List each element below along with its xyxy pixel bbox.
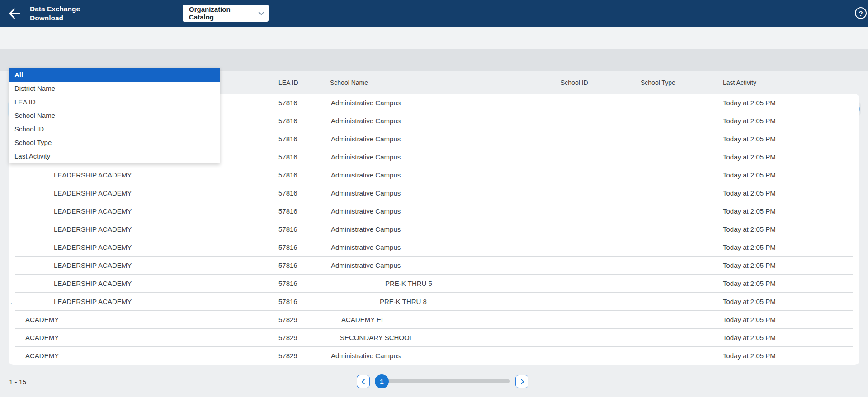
table-row[interactable]: LEADERSHIP ACADEMY57816PRE-K THRU 5Today… [9,275,859,293]
catalog-selector[interactable]: Organization Catalog [183,5,269,22]
table-row[interactable]: LEADERSHIP ACADEMY57816Administrative Ca… [9,184,859,202]
data-exchange-download-page: Data Exchange Download Organization Cata… [0,0,868,397]
cell-lea-id: 57816 [278,148,297,166]
table-row[interactable]: .LEADERSHIP ACADEMY57816PRE-K THRU 8Toda… [9,293,859,311]
dropdown-option[interactable]: School Name [9,109,220,122]
cell-district-name: LEADERSHIP ACADEMY [54,257,132,275]
help-question-mark: ? [859,9,863,17]
cell-district-name: LEADERSHIP ACADEMY [54,293,132,311]
cell-school-name: Administrative Campus [331,184,401,202]
dropdown-option[interactable]: LEA ID [9,95,220,109]
next-page-button[interactable] [515,375,528,388]
cell-school-name: SECONDARY SCHOOL [340,329,413,347]
cell-school-name: ACADEMY EL [341,311,385,329]
cell-lea-id: 57816 [278,293,297,311]
app-header: Data Exchange Download Organization Cata… [0,0,868,27]
table-row[interactable]: ACADEMY57829ACADEMY ELToday at 2:05 PM [9,311,859,329]
cell-district-name: LEADERSHIP ACADEMY [54,184,132,202]
current-page-number: 1 [380,378,383,385]
row-prefix-dot: . [10,293,12,311]
cell-school-name: Administrative Campus [331,148,401,166]
column-header-school-type: School Type [641,71,675,94]
page-title-line1: Data Exchange [30,5,80,14]
catalog-selector-value: Organization Catalog [183,5,254,21]
chevron-left-icon [359,378,368,386]
page-title: Data Exchange Download [30,5,80,23]
cell-lea-id: 57816 [278,257,297,275]
cell-lea-id: 57816 [278,220,297,238]
cell-district-name: ACADEMY [25,311,59,329]
table-row[interactable]: LEADERSHIP ACADEMY57816Administrative Ca… [9,202,859,220]
dropdown-option[interactable]: School Type [9,136,220,149]
cell-school-name: Administrative Campus [331,238,401,257]
dropdown-option[interactable]: District Name [9,82,220,95]
cell-lea-id: 57816 [278,275,297,293]
cell-last-activity: Today at 2:05 PM [723,293,776,311]
back-arrow-icon [7,6,22,21]
chevron-right-icon [518,378,526,386]
cell-last-activity: Today at 2:05 PM [723,347,776,365]
cell-school-name: Administrative Campus [331,130,401,148]
cell-lea-id: 57816 [278,94,297,112]
result-range-label: 1 - 15 [9,378,26,386]
cell-school-name: Administrative Campus [331,220,401,238]
table-row[interactable]: ACADEMY57829Administrative CampusToday a… [9,347,859,365]
cell-district-name: LEADERSHIP ACADEMY [54,238,132,257]
column-header-school-name: School Name [330,71,368,94]
toolbar: Filter [0,27,868,49]
cell-last-activity: Today at 2:05 PM [723,148,776,166]
column-header-last-activity: Last Activity [723,71,756,94]
cell-district-name: LEADERSHIP ACADEMY [54,202,132,220]
help-icon[interactable]: ? [855,7,867,19]
cell-last-activity: Today at 2:05 PM [723,311,776,329]
cell-school-name: PRE-K THRU 8 [380,293,427,311]
chevron-down-icon [254,8,269,18]
cell-lea-id: 57816 [278,202,297,220]
cell-school-name: Administrative Campus [331,166,401,184]
page-title-line2: Download [30,14,80,23]
cell-district-name: ACADEMY [25,329,59,347]
cell-lea-id: 57816 [278,184,297,202]
cell-last-activity: Today at 2:05 PM [723,202,776,220]
cell-last-activity: Today at 2:05 PM [723,275,776,293]
dropdown-option[interactable]: Last Activity [9,149,220,163]
cell-district-name: LEADERSHIP ACADEMY [54,220,132,238]
cell-last-activity: Today at 2:05 PM [723,238,776,257]
cell-district-name: ACADEMY [25,347,59,365]
table-row[interactable]: LEADERSHIP ACADEMY57816Administrative Ca… [9,257,859,275]
cell-school-name: Administrative Campus [331,347,401,365]
cell-district-name: LEADERSHIP ACADEMY [54,166,132,184]
cell-lea-id: 57816 [278,112,297,130]
back-button[interactable] [7,6,22,21]
cell-school-name: Administrative Campus [331,94,401,112]
cell-lea-id: 57829 [278,329,297,347]
cell-last-activity: Today at 2:05 PM [723,257,776,275]
cell-lea-id: 57816 [278,166,297,184]
cell-last-activity: Today at 2:05 PM [723,329,776,347]
cell-lea-id: 57829 [278,311,297,329]
column-header-lea-id: LEA ID [278,71,298,94]
cell-last-activity: Today at 2:05 PM [723,112,776,130]
cell-school-name: PRE-K THRU 5 [385,275,432,293]
column-header-school-id: School ID [561,71,588,94]
previous-page-button[interactable] [357,375,370,388]
dropdown-option[interactable]: School ID [9,122,220,136]
cell-lea-id: 57829 [278,347,297,365]
dropdown-option[interactable]: All [9,68,220,82]
cell-last-activity: Today at 2:05 PM [723,166,776,184]
cell-last-activity: Today at 2:05 PM [723,130,776,148]
table-row[interactable]: LEADERSHIP ACADEMY57816Administrative Ca… [9,220,859,238]
table-row[interactable]: ACADEMY57829SECONDARY SCHOOLToday at 2:0… [9,329,859,347]
cell-district-name: LEADERSHIP ACADEMY [54,275,132,293]
cell-last-activity: Today at 2:05 PM [723,184,776,202]
table-row[interactable]: LEADERSHIP ACADEMY57816Administrative Ca… [9,166,859,184]
current-page-indicator[interactable]: 1 [375,374,389,388]
field-filter-dropdown: AllDistrict NameLEA IDSchool NameSchool … [9,68,220,163]
cell-lea-id: 57816 [278,130,297,148]
page-slider-track[interactable] [385,379,510,383]
cell-last-activity: Today at 2:05 PM [723,94,776,112]
cell-school-name: Administrative Campus [331,257,401,275]
cell-lea-id: 57816 [278,238,297,257]
table-row[interactable]: LEADERSHIP ACADEMY57816Administrative Ca… [9,238,859,257]
cell-school-name: Administrative Campus [331,112,401,130]
